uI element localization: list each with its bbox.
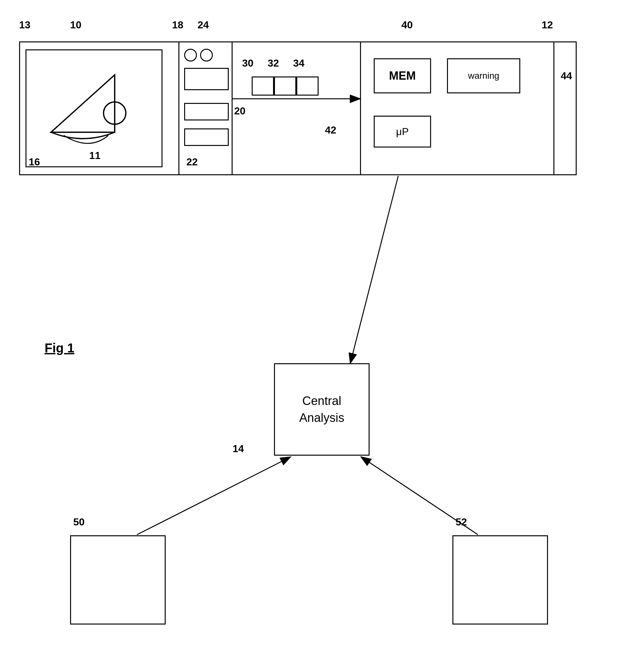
box-sensor-18 xyxy=(178,42,233,175)
label-40: 40 xyxy=(402,19,413,31)
label-12: 12 xyxy=(541,19,553,31)
label-50: 50 xyxy=(73,516,85,528)
button-32 xyxy=(274,76,296,96)
label-10: 10 xyxy=(70,19,81,31)
label-13: 13 xyxy=(19,19,30,31)
label-34: 34 xyxy=(293,57,305,69)
label-44: 44 xyxy=(561,70,572,82)
rect-sensor-mid xyxy=(184,103,229,120)
circle-2 xyxy=(200,49,213,62)
box-central-analysis: Central Analysis xyxy=(274,363,369,456)
svg-line-5 xyxy=(137,457,290,535)
box-mem-component: MEM xyxy=(374,58,431,93)
label-22: 22 xyxy=(186,156,198,168)
label-11: 11 xyxy=(89,150,101,162)
box-buttons-group xyxy=(252,76,319,96)
label-24: 24 xyxy=(197,19,209,31)
label-52: 52 xyxy=(456,516,467,528)
label-14: 14 xyxy=(233,443,244,455)
rect-sensor-bot xyxy=(184,128,229,146)
box-right-12: MEM warning μP xyxy=(360,42,554,175)
label-16: 16 xyxy=(29,156,40,168)
svg-line-4 xyxy=(351,176,398,363)
diagram-container: MEM warning μP Central Analysis xyxy=(0,0,627,672)
box-warning-component: warning xyxy=(447,58,520,93)
circles-row xyxy=(184,49,213,62)
label-18: 18 xyxy=(172,19,184,31)
fig1-label: Fig 1 xyxy=(45,341,74,355)
label-42: 42 xyxy=(325,124,336,136)
label-20: 20 xyxy=(234,105,246,117)
button-34 xyxy=(296,76,319,96)
rect-sensor-top xyxy=(184,68,229,90)
svg-marker-0 xyxy=(51,75,115,132)
button-30 xyxy=(252,76,274,96)
box-52 xyxy=(452,535,548,625)
box-50 xyxy=(70,535,166,625)
circle-1 xyxy=(184,49,197,62)
label-30: 30 xyxy=(242,57,254,69)
label-32: 32 xyxy=(268,57,279,69)
box-microprocessor: μP xyxy=(374,116,431,147)
